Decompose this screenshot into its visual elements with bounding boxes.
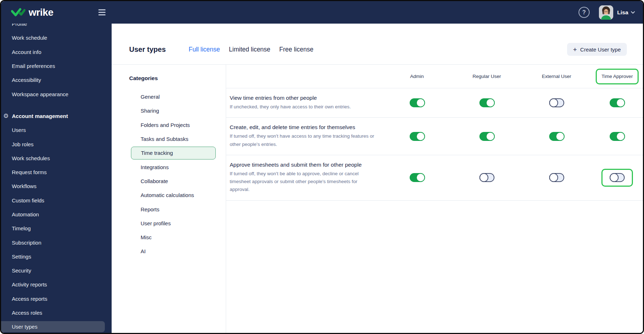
column-header-time-approver: Time Approver	[601, 74, 633, 79]
sidebar-item-job-roles[interactable]: Job roles	[1, 137, 112, 151]
toggle-external-user[interactable]	[549, 173, 564, 182]
sidebar-item-label: Custom fields	[12, 197, 44, 203]
sidebar-item-subscription[interactable]: Subscription	[1, 235, 112, 249]
permission-title: View time entries from other people	[230, 95, 376, 101]
toggle-knob	[549, 173, 558, 182]
toggle-external-user[interactable]	[549, 98, 564, 107]
toggle-knob	[486, 98, 495, 107]
avatar[interactable]	[599, 5, 613, 20]
toggle-knob	[549, 98, 558, 107]
toggle-highlight-box	[601, 169, 633, 187]
sidebar-section-account-management[interactable]: ⚙ Account management	[1, 109, 112, 123]
permission-description: If turned off, they won't be able to app…	[230, 170, 376, 194]
toggle-knob	[556, 132, 565, 141]
help-icon[interactable]: ?	[579, 7, 590, 18]
category-item-misc[interactable]: Misc	[112, 230, 226, 244]
sidebar-item-automation[interactable]: Automation	[1, 207, 112, 221]
sidebar-admin-section: UsersJob rolesWork schedulesRequest form…	[1, 123, 112, 332]
sidebar-item-label: Job roles	[12, 141, 34, 147]
sidebar-item-settings[interactable]: Settings	[1, 250, 112, 264]
sidebar-personal-section: ProfileWork scheduleAccount infoEmail pr…	[1, 24, 112, 101]
toggle-knob	[616, 132, 625, 141]
toggle-knob	[616, 98, 625, 107]
toggle-regular-user[interactable]	[479, 173, 494, 182]
sidebar-item-label: Timelog	[12, 225, 31, 231]
sidebar-item-label: Users	[12, 127, 26, 133]
sidebar-item-work-schedule[interactable]: Work schedule	[1, 31, 112, 45]
toggle-admin[interactable]	[410, 98, 425, 107]
permission-description: If turned off, they won't have access to…	[230, 132, 376, 148]
user-name[interactable]: Lisa	[617, 9, 628, 16]
sidebar-item-label: Profile	[12, 24, 27, 27]
column-highlight-box: Time Approver	[596, 69, 638, 84]
toggle-external-user[interactable]	[549, 132, 564, 141]
permissions-header-row: AdminRegular UserExternal UserTime Appro…	[226, 65, 643, 88]
category-item-automatic-calculations[interactable]: Automatic calculations	[112, 188, 226, 202]
sidebar-item-access-roles[interactable]: Access roles	[1, 306, 112, 320]
sidebar-item-custom-fields[interactable]: Custom fields	[1, 193, 112, 207]
toggle-time-approver[interactable]	[610, 98, 625, 107]
toggle-regular-user[interactable]	[479, 132, 494, 141]
tab-free-license[interactable]: Free license	[279, 46, 313, 53]
sidebar-item-account-info[interactable]: Account info	[1, 45, 112, 59]
permission-title: Create, edit, and delete time entries fo…	[230, 124, 376, 131]
page-header: User types Full license Limited license …	[112, 24, 643, 65]
sidebar-item-activity-reports[interactable]: Activity reports	[1, 277, 112, 291]
toggle-admin[interactable]	[410, 173, 425, 182]
sidebar-item-access-reports[interactable]: Access reports	[1, 292, 112, 306]
hamburger-menu-icon[interactable]	[98, 9, 106, 17]
sidebar-item-user-types[interactable]: User types	[1, 321, 105, 332]
toggle-admin[interactable]	[410, 132, 425, 141]
toggle-time-approver[interactable]	[610, 173, 625, 182]
sidebar-item-label: Request forms	[12, 169, 47, 175]
toggle-regular-user[interactable]	[479, 98, 494, 107]
sidebar-item-label: User types	[12, 324, 38, 330]
sidebar-item-accessibility[interactable]: Accessibility	[1, 73, 112, 87]
sidebar-item-label: Work schedule	[12, 35, 47, 41]
sidebar-item-workflows[interactable]: Workflows	[1, 179, 112, 193]
category-item-user-profiles[interactable]: User profiles	[112, 216, 226, 230]
sidebar-item-label: Workflows	[12, 183, 36, 189]
category-item-sharing[interactable]: Sharing	[112, 104, 226, 118]
gear-icon: ⚙	[3, 113, 9, 119]
categories-panel: Categories GeneralSharingFolders and Pro…	[112, 65, 226, 333]
category-item-general[interactable]: General	[112, 90, 226, 104]
sidebar-item-label: Email preferences	[12, 63, 55, 69]
sidebar-item-security[interactable]: Security	[1, 264, 112, 277]
chevron-down-icon[interactable]	[631, 11, 635, 14]
sidebar-item-timelog[interactable]: Timelog	[1, 221, 112, 235]
help-glyph: ?	[582, 9, 586, 16]
plus-icon: +	[573, 46, 577, 53]
tab-limited-license[interactable]: Limited license	[229, 46, 270, 53]
permission-row-create-edit-and-delete-time-entries-for-: Create, edit, and delete time entries fo…	[226, 118, 643, 155]
tab-full-license[interactable]: Full license	[189, 46, 220, 53]
sidebar-item-workspace-appearance[interactable]: Workspace appearance	[1, 87, 112, 101]
category-item-collaborate[interactable]: Collaborate	[112, 174, 226, 188]
sidebar-item-profile[interactable]: Profile	[1, 24, 112, 31]
sidebar-item-email-preferences[interactable]: Email preferences	[1, 59, 112, 73]
toggle-time-approver[interactable]	[610, 132, 625, 141]
sidebar-item-label: Account info	[12, 49, 42, 55]
category-item-integrations[interactable]: Integrations	[112, 160, 226, 174]
category-item-reports[interactable]: Reports	[112, 202, 226, 216]
sidebar-section-label: Account management	[12, 113, 68, 119]
create-user-type-button[interactable]: + Create User type	[567, 43, 627, 56]
categories-list: GeneralSharingFolders and ProjectsTasks …	[112, 90, 226, 259]
sidebar-item-label: Activity reports	[12, 281, 47, 288]
topbar-right: ? Lisa	[579, 1, 635, 24]
topbar: wrike ? Lisa	[1, 1, 643, 24]
column-header-external-user: External User	[542, 74, 571, 79]
category-item-time-tracking[interactable]: Time tracking	[131, 147, 216, 159]
category-item-tasks-and-subtasks[interactable]: Tasks and Subtasks	[112, 132, 226, 146]
category-item-folders-and-projects[interactable]: Folders and Projects	[112, 118, 226, 132]
sidebar-item-label: Workspace appearance	[12, 91, 68, 97]
app-window: wrike ? Lisa	[0, 0, 644, 334]
category-item-ai[interactable]: AI	[112, 244, 226, 258]
brand-name: wrike	[29, 7, 53, 18]
permission-title: Approve timesheets and submit them for o…	[230, 162, 376, 168]
sidebar-item-work-schedules[interactable]: Work schedules	[1, 151, 112, 165]
column-header-regular-user: Regular User	[473, 74, 501, 79]
sidebar-item-request-forms[interactable]: Request forms	[1, 165, 112, 179]
toggle-knob	[610, 173, 619, 182]
sidebar-item-users[interactable]: Users	[1, 123, 112, 137]
